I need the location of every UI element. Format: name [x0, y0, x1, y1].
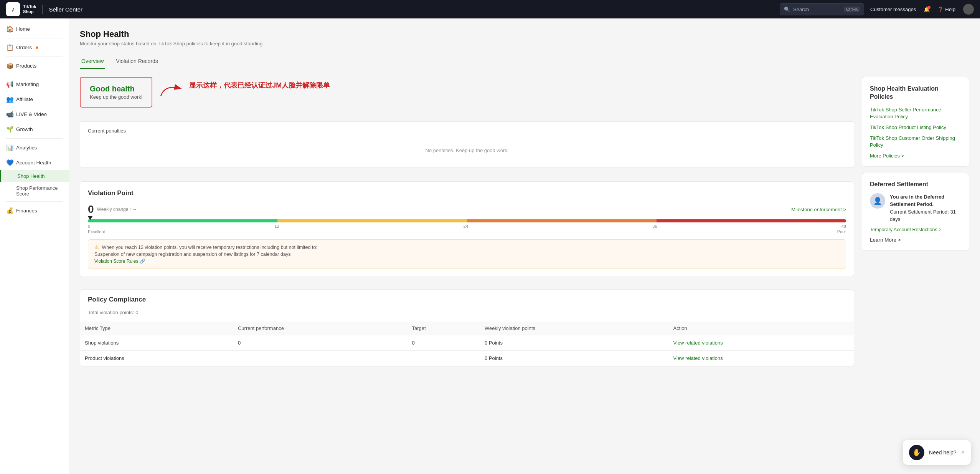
learn-more-link[interactable]: Learn More >: [870, 237, 961, 243]
logo[interactable]: ♪ TikTokShop: [6, 2, 36, 16]
deferred-text: You are in the Deferred Settlement Perio…: [890, 193, 961, 223]
policy-link-3[interactable]: TikTok Shop Customer Order Shipping Poli…: [870, 135, 961, 149]
table-header: Metric Type Current performance Target W…: [80, 322, 854, 335]
search-box[interactable]: 🔍 Search Ctrl+K: [780, 3, 864, 15]
violation-rules-link[interactable]: Violation Score Rules 🔗: [94, 259, 145, 264]
view-violations-link-2[interactable]: View related violations: [673, 355, 723, 361]
restriction-text: Suspension of new campaign registration …: [94, 252, 840, 257]
compliance-header: Policy Compliance Total violation points…: [80, 290, 854, 315]
table-row: Shop violations 0 0 0 Points View relate…: [80, 335, 854, 351]
tiktok-logo-icon: ♪: [6, 2, 20, 16]
sidebar-label-account-health: Account Health: [16, 160, 51, 166]
quality-labels: Excellent Poor: [88, 229, 846, 234]
progress-bar-wrapper: 0 12 24 36 48 Excellent Poor: [88, 219, 846, 234]
policy-compliance-card: Policy Compliance Total violation points…: [80, 289, 854, 366]
view-violations-link-1[interactable]: View related violations: [673, 340, 723, 346]
compliance-table: Metric Type Current performance Target W…: [80, 322, 854, 366]
penalties-section: Current penalties No penalties. Keep up …: [80, 121, 854, 167]
warning-box: ⚠ When you reach 12 violation points, yo…: [88, 239, 846, 269]
sidebar-label-marketing: Marketing: [16, 81, 39, 87]
sidebar-item-home[interactable]: 🏠 Home: [0, 22, 69, 36]
col-current-performance: Current performance: [233, 322, 408, 335]
cell-weekly-2: 0 Points: [480, 351, 669, 366]
tabs-bar: Overview Violation Records: [80, 54, 969, 69]
sidebar-label-analytics: Analytics: [16, 145, 37, 151]
sidebar-item-growth[interactable]: 🌱 Growth: [0, 122, 69, 137]
user-avatar[interactable]: [963, 4, 974, 15]
live-icon: 📹: [6, 111, 13, 118]
customer-messages-button[interactable]: Customer messages: [870, 7, 916, 12]
sidebar-divider: [6, 38, 63, 38]
compliance-subtitle: Total violation points: 0: [88, 310, 846, 315]
health-status-label: Good health: [90, 85, 142, 93]
affiliate-icon: 👥: [6, 96, 13, 103]
tab-violation-records[interactable]: Violation Records: [114, 54, 159, 69]
sidebar-item-orders[interactable]: 📋 Orders: [0, 40, 69, 55]
help-circle-icon: ❓: [937, 7, 944, 12]
sidebar-divider-3: [6, 75, 63, 75]
page-subtitle: Monitor your shop status based on TikTok…: [80, 41, 969, 46]
growth-icon: 🌱: [6, 126, 13, 133]
cell-target-2: [408, 351, 480, 366]
sidebar-item-finances[interactable]: 💰 Finances: [0, 203, 69, 218]
sidebar-item-affiliate[interactable]: 👥 Affiliate: [0, 92, 69, 107]
sidebar-item-shop-performance[interactable]: Shop Performance Score: [0, 182, 69, 200]
seller-center-title: Seller Center: [49, 6, 82, 13]
score-number: 0: [88, 203, 94, 215]
milestone-link[interactable]: Milestone enforcement >: [791, 207, 846, 212]
col-metric-type: Metric Type: [80, 322, 233, 335]
warning-icon: ⚠: [94, 245, 99, 250]
annotation-text: 显示这样，代表已经认证过JM人脸并解除限单: [189, 81, 330, 90]
help-button[interactable]: ❓ Help: [937, 7, 955, 12]
marketing-icon: 📢: [6, 81, 13, 88]
no-penalties-text: No penalties. Keep up the good work!: [88, 140, 846, 161]
logo-text: TikTokShop: [23, 4, 36, 14]
cell-metric-1: Shop violations: [80, 335, 233, 351]
score-left: 0 Weekly change ↑ --: [88, 203, 136, 215]
content-grid: Good health Keep up the good work!: [80, 77, 969, 366]
progress-indicator: [88, 216, 92, 220]
annotation-arrow: [157, 81, 188, 100]
deferred-icon: 👤: [870, 193, 885, 209]
violation-score-row: 0 Weekly change ↑ -- Milestone enforceme…: [88, 203, 846, 215]
policy-link-1[interactable]: TikTok Shop Seller Performance Evaluatio…: [870, 106, 961, 120]
sidebar-label-live: LIVE & Video: [16, 111, 47, 117]
topnav-actions: Customer messages 🔔 ❓ Help: [870, 4, 974, 15]
sidebar-label-home: Home: [16, 26, 30, 32]
deferred-content: 👤 You are in the Deferred Settlement Per…: [870, 193, 961, 223]
sidebar-item-products[interactable]: 📦 Products: [0, 58, 69, 73]
weekly-change: Weekly change ↑ --: [97, 207, 137, 212]
page-header: Shop Health Monitor your shop status bas…: [80, 29, 969, 46]
sidebar-divider-4: [6, 138, 63, 139]
temp-restrict-link[interactable]: Temporary Account Restrictions >: [870, 227, 961, 232]
orders-badge: [36, 46, 38, 49]
sidebar-divider-2: [6, 56, 63, 57]
health-status-message: Keep up the good work!: [90, 94, 142, 100]
main-left: Good health Keep up the good work!: [80, 77, 854, 366]
notifications-button[interactable]: 🔔: [924, 7, 930, 12]
sidebar-item-shop-health[interactable]: Shop Health: [0, 170, 69, 182]
policy-link-2[interactable]: TikTok Shop Product Listing Policy: [870, 124, 961, 131]
health-status-section: Good health Keep up the good work!: [80, 77, 854, 175]
compliance-title: Policy Compliance: [88, 296, 846, 303]
sidebar-item-marketing[interactable]: 📢 Marketing: [0, 77, 69, 92]
more-policies-link[interactable]: More Policies >: [870, 153, 961, 159]
tab-overview[interactable]: Overview: [80, 54, 105, 69]
sidebar-item-live-video[interactable]: 📹 LIVE & Video: [0, 107, 69, 122]
col-target: Target: [408, 322, 480, 335]
annotation-container: Good health Keep up the good work!: [80, 77, 854, 114]
sidebar-label-affiliate: Affiliate: [16, 96, 33, 102]
sidebar-label-growth: Growth: [16, 126, 33, 132]
sidebar-label-finances: Finances: [16, 208, 37, 214]
search-placeholder: Search: [793, 7, 809, 12]
finances-icon: 💰: [6, 207, 13, 214]
products-icon: 📦: [6, 62, 13, 70]
progress-bar: [88, 219, 846, 222]
table-row: Product violations 0 Points View related…: [80, 351, 854, 366]
annotation-group: 显示这样，代表已经认证过JM人脸并解除限单: [157, 77, 330, 100]
sidebar-label-shop-health: Shop Health: [17, 173, 45, 179]
sidebar-item-account-health[interactable]: 💙 Account Health: [0, 155, 69, 170]
sidebar: 🏠 Home 📋 Orders 📦 Products 📢 Marketing 👥…: [0, 18, 69, 377]
cell-metric-2: Product violations: [80, 351, 233, 366]
sidebar-item-analytics[interactable]: 📊 Analytics: [0, 140, 69, 155]
